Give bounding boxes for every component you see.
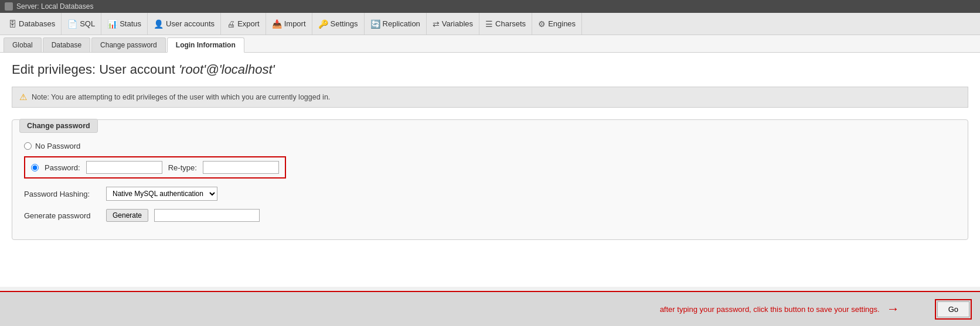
tab-database[interactable]: Database xyxy=(43,37,90,52)
no-password-radio[interactable] xyxy=(24,142,32,150)
nav-status[interactable]: 📊 Status xyxy=(101,13,148,35)
nav-charsets[interactable]: ☰ Charsets xyxy=(479,13,532,35)
nav-databases[interactable]: 🗄 Databases xyxy=(2,13,62,35)
retype-input[interactable] xyxy=(203,161,279,174)
hashing-select[interactable]: Native MySQL authenticationSHA256 authen… xyxy=(106,187,217,201)
page-title: Edit privileges: User account 'root'@'lo… xyxy=(12,62,968,77)
page-content: Edit privileges: User account 'root'@'lo… xyxy=(0,53,980,287)
sql-icon: 📄 xyxy=(67,19,77,29)
nav-settings[interactable]: 🔑 Settings xyxy=(312,13,365,35)
nav-import[interactable]: 📥 Import xyxy=(266,13,312,35)
sub-tab-bar: Global Database Change password Login In… xyxy=(0,35,980,53)
nav-user-accounts[interactable]: 👤 User accounts xyxy=(148,13,221,35)
nav-export[interactable]: 🖨 Export xyxy=(221,13,266,35)
charsets-icon: ☰ xyxy=(485,19,493,29)
no-password-row: No Password xyxy=(24,142,956,150)
change-password-section: Change password No Password Password: Re… xyxy=(12,119,968,240)
nav-bar: 🗄 Databases 📄 SQL 📊 Status 👤 User accoun… xyxy=(0,13,980,35)
nav-engines[interactable]: ⚙ Engines xyxy=(532,13,582,35)
hashing-row: Password Hashing: Native MySQL authentic… xyxy=(24,187,956,201)
user-accounts-icon: 👤 xyxy=(154,19,164,29)
nav-sql[interactable]: 📄 SQL xyxy=(62,13,101,35)
generate-button[interactable]: Generate xyxy=(106,209,148,222)
warning-icon: ⚠ xyxy=(19,92,27,102)
status-icon: 📊 xyxy=(107,19,117,29)
variables-icon: ⇄ xyxy=(433,19,440,29)
notice-text: Note: You are attempting to edit privile… xyxy=(32,93,330,101)
tab-change-password[interactable]: Change password xyxy=(91,37,166,52)
nav-variables[interactable]: ⇄ Variables xyxy=(427,13,479,35)
password-row: Password: Re-type: xyxy=(24,156,286,179)
generate-password-label: Generate password xyxy=(24,211,100,220)
title-bar-text: Server: Local Databases xyxy=(16,2,93,11)
password-radio[interactable] xyxy=(31,164,39,171)
settings-icon: 🔑 xyxy=(318,19,328,29)
notice-bar: ⚠ Note: You are attempting to edit privi… xyxy=(12,87,968,108)
no-password-label: No Password xyxy=(35,142,80,150)
import-icon: 📥 xyxy=(272,19,282,29)
engines-icon: ⚙ xyxy=(538,19,546,29)
form-area: No Password Password: Re-type: Password … xyxy=(12,133,968,222)
password-input[interactable] xyxy=(86,161,162,174)
server-icon xyxy=(5,2,13,11)
nav-replication[interactable]: 🔄 Replication xyxy=(365,13,427,35)
generate-password-row: Generate password Generate xyxy=(24,209,956,222)
title-bar: Server: Local Databases xyxy=(0,0,980,13)
tab-global[interactable]: Global xyxy=(4,37,42,52)
generated-password-input[interactable] xyxy=(154,209,260,222)
tab-login-information[interactable]: Login Information xyxy=(167,37,244,53)
password-field-label: Password: xyxy=(45,163,80,172)
section-header-label: Change password xyxy=(19,119,98,133)
export-icon: 🖨 xyxy=(227,19,235,29)
retype-label: Re-type: xyxy=(168,163,197,172)
databases-icon: 🗄 xyxy=(8,19,16,29)
hashing-label: Password Hashing: xyxy=(24,190,100,198)
replication-icon: 🔄 xyxy=(370,19,380,29)
